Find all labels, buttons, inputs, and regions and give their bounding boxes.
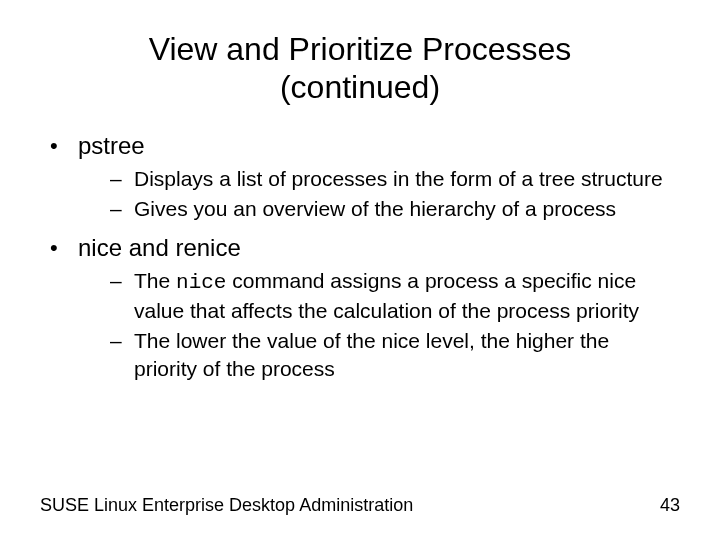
sub-text: The nice command assigns a process a spe…	[134, 267, 674, 325]
dash-icon: –	[110, 327, 134, 355]
bullet-icon: •	[50, 131, 78, 161]
sub-list: – The nice command assigns a process a s…	[110, 267, 680, 383]
sub-item: – Displays a list of processes in the fo…	[110, 165, 680, 193]
bullet-label: pstree	[78, 131, 145, 161]
sub-text: Gives you an overview of the hierarchy o…	[134, 195, 616, 223]
title-line-1: View and Prioritize Processes	[149, 31, 572, 67]
sub-item: – Gives you an overview of the hierarchy…	[110, 195, 680, 223]
dash-icon: –	[110, 195, 134, 223]
sub-text: Displays a list of processes in the form…	[134, 165, 663, 193]
sub-list: – Displays a list of processes in the fo…	[110, 165, 680, 223]
bullet-list: • pstree – Displays a list of processes …	[50, 131, 680, 383]
sub-item: – The nice command assigns a process a s…	[110, 267, 680, 325]
code-text: nice	[176, 271, 226, 294]
bullet-label: nice and renice	[78, 233, 241, 263]
list-item: • pstree – Displays a list of processes …	[50, 131, 680, 223]
dash-icon: –	[110, 165, 134, 193]
dash-icon: –	[110, 267, 134, 295]
sub-item: – The lower the value of the nice level,…	[110, 327, 680, 383]
bullet-icon: •	[50, 233, 78, 263]
list-item: • nice and renice – The nice command ass…	[50, 233, 680, 383]
page-number: 43	[660, 495, 680, 516]
footer-text: SUSE Linux Enterprise Desktop Administra…	[40, 495, 413, 516]
footer: SUSE Linux Enterprise Desktop Administra…	[40, 495, 680, 516]
text-prefix: The	[134, 269, 176, 292]
slide-title: View and Prioritize Processes (continued…	[40, 30, 680, 107]
sub-text: The lower the value of the nice level, t…	[134, 327, 674, 383]
slide: View and Prioritize Processes (continued…	[0, 0, 720, 540]
title-line-2: (continued)	[280, 69, 440, 105]
